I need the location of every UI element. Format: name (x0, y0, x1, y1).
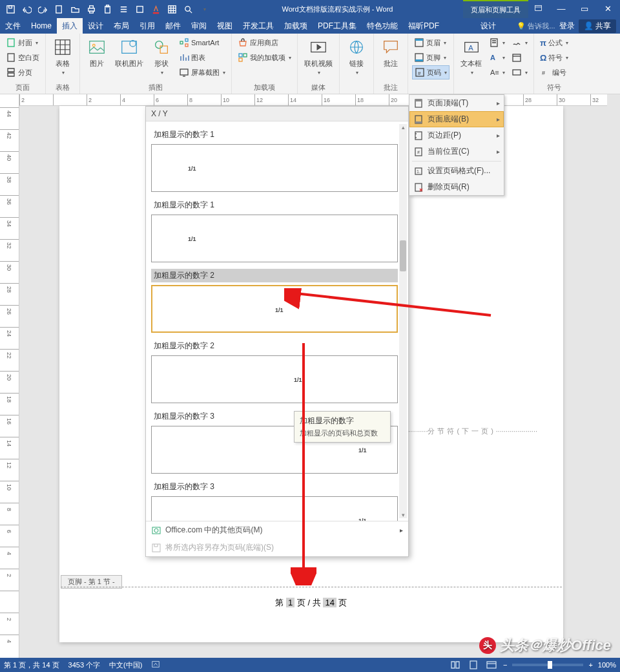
tell-me[interactable]: 💡 告诉我... (517, 21, 555, 31)
table-icon[interactable] (164, 2, 180, 16)
gallery-item[interactable]: 加粗显示的数字 21/1 (151, 339, 398, 403)
menu-remove-page-number[interactable]: 删除页码(R) (409, 179, 504, 195)
drop-cap-button[interactable]: A≡ (487, 65, 507, 79)
web-layout-icon[interactable] (485, 660, 498, 670)
svg-text:A: A (468, 44, 473, 52)
close-icon[interactable]: ✕ (598, 4, 617, 14)
page-number-button[interactable]: #页码 (412, 65, 450, 79)
save-icon[interactable] (3, 2, 18, 16)
menu-format-page-number[interactable]: 1.设置页码格式(F)... (409, 163, 504, 179)
tab-layout[interactable]: 布局 (108, 18, 134, 34)
comment-button[interactable]: 批注 (378, 36, 404, 70)
status-macro-icon[interactable] (151, 660, 160, 670)
tab-special[interactable]: 特色功能 (362, 18, 403, 34)
ribbon-options-icon[interactable] (528, 4, 548, 14)
status-language[interactable]: 中文(中国) (109, 660, 142, 670)
footer-button[interactable]: 页脚 (412, 50, 450, 65)
wordart-button[interactable]: A (487, 50, 507, 65)
symbol-button[interactable]: Ω符号 (538, 50, 570, 65)
gallery-footer: Office.com 中的其他页码(M)▸ 将所选内容另存为页码(底端)(S) (146, 521, 408, 556)
qat-more-icon[interactable] (196, 2, 212, 16)
tab-view[interactable]: 视图 (212, 18, 238, 34)
online-pictures-button[interactable]: 联机图片 (112, 36, 146, 70)
tab-pdfkit[interactable]: PDF工具集 (313, 18, 362, 34)
tab-file[interactable]: 文件 (0, 18, 26, 34)
svg-rect-2 (56, 5, 61, 12)
menu-page-margin[interactable]: 页边距(P)▸ (409, 127, 504, 143)
cover-page-button[interactable]: 封面 (4, 36, 41, 50)
gallery-scrollbar[interactable]: ▴ ▾ (399, 124, 407, 518)
new-icon[interactable] (51, 2, 67, 16)
tab-review[interactable]: 审阅 (186, 18, 212, 34)
quick-parts-button[interactable] (487, 36, 507, 50)
gallery-scroll[interactable]: ▴ ▾ 加粗显示的数字 11/1加粗显示的数字 11/1加粗显示的数字 21/1… (146, 121, 408, 521)
tab-references[interactable]: 引用 (134, 18, 160, 34)
screenshot-button[interactable]: 屏幕截图 (177, 65, 227, 79)
tab-design[interactable]: 设计 (83, 18, 108, 34)
pictures-button[interactable]: 图片 (84, 36, 110, 70)
gallery-item[interactable]: 加粗显示的数字 11/1 (151, 198, 398, 262)
read-mode-icon[interactable] (449, 660, 462, 670)
textbox-button[interactable]: A文本框 (458, 36, 484, 77)
print-layout-icon[interactable] (467, 660, 480, 670)
tab-home[interactable]: Home (26, 18, 57, 34)
vertical-ruler[interactable]: 4442403836343230282624222018161412108642… (0, 94, 19, 658)
zoom-slider[interactable] (512, 664, 583, 666)
page-break-button[interactable]: 分页 (4, 65, 41, 79)
status-page[interactable]: 第 1 页，共 14 页 (4, 660, 59, 670)
shapes-button[interactable]: 形状 (149, 36, 174, 77)
share-button[interactable]: 👤 共享 (579, 19, 616, 33)
status-word-count[interactable]: 3453 个字 (68, 660, 101, 670)
tab-hf-design[interactable]: 设计 (475, 18, 501, 34)
table-button[interactable]: 表格 (50, 36, 76, 77)
font-color-icon[interactable] (148, 2, 163, 16)
gallery-item[interactable]: 加粗显示的数字 11/1 (151, 128, 398, 192)
menu-current-position[interactable]: #当前位置(C)▸ (409, 143, 504, 160)
my-addins-button[interactable]: 我的加载项 (236, 50, 293, 65)
svg-rect-45 (415, 100, 422, 101)
signature-button[interactable] (510, 36, 530, 50)
header-button[interactable]: 页眉 (412, 36, 450, 50)
zoom-out-icon[interactable]: − (503, 661, 507, 669)
minimize-icon[interactable]: — (552, 4, 571, 14)
store-button[interactable]: 应用商店 (236, 36, 293, 50)
chart-button[interactable]: 图表 (177, 50, 227, 65)
horizontal-ruler[interactable]: 22468101214161820222426283032 (19, 94, 607, 106)
tab-addins[interactable]: 加载项 (279, 18, 313, 34)
online-video-button[interactable]: 联机视频 (302, 36, 335, 77)
format-icon[interactable] (132, 2, 147, 16)
smartart-button[interactable]: SmartArt (177, 36, 227, 50)
open-icon[interactable] (67, 2, 83, 16)
object-button[interactable] (510, 65, 530, 79)
tab-mailings[interactable]: 邮件 (160, 18, 186, 34)
links-button[interactable]: 链接 (344, 36, 369, 77)
tab-insert[interactable]: 插入 (57, 18, 83, 34)
date-time-button[interactable] (510, 50, 530, 65)
equation-button[interactable]: π公式 (538, 36, 570, 50)
blank-page-button[interactable]: 空白页 (4, 50, 41, 65)
undo-icon[interactable] (19, 2, 34, 16)
menu-page-top[interactable]: 页面顶端(T)▸ (409, 95, 504, 111)
find-icon[interactable] (180, 2, 196, 16)
footer-page-number[interactable]: 第 1 页 / 共 14 页 (137, 597, 486, 609)
scroll-thumb[interactable] (400, 240, 406, 271)
tab-foxpdf[interactable]: 福昕PDF (403, 18, 444, 34)
menu-page-bottom[interactable]: 页面底端(B)▸ (409, 111, 504, 127)
office-com-more[interactable]: Office.com 中的其他页码(M)▸ (146, 521, 408, 539)
svg-rect-21 (180, 41, 183, 44)
scroll-up-icon[interactable]: ▴ (399, 124, 407, 131)
redo-icon[interactable] (35, 2, 50, 16)
svg-rect-0 (6, 5, 14, 12)
zoom-level[interactable]: 100% (598, 661, 616, 669)
login-link[interactable]: 登录 (559, 21, 575, 32)
paragraph-icon[interactable] (116, 2, 131, 16)
zoom-in-icon[interactable]: + (588, 661, 592, 669)
paste-icon[interactable] (99, 2, 115, 16)
gallery-item[interactable]: 加粗显示的数字 31/1 (151, 480, 398, 521)
tab-developer[interactable]: 开发工具 (238, 18, 279, 34)
gallery-item[interactable]: 加粗显示的数字 21/1 (151, 269, 398, 333)
print-icon[interactable] (83, 2, 99, 16)
scroll-down-icon[interactable]: ▾ (399, 512, 407, 518)
number-button[interactable]: #编号 (538, 65, 570, 79)
restore-icon[interactable]: ▭ (575, 4, 594, 14)
